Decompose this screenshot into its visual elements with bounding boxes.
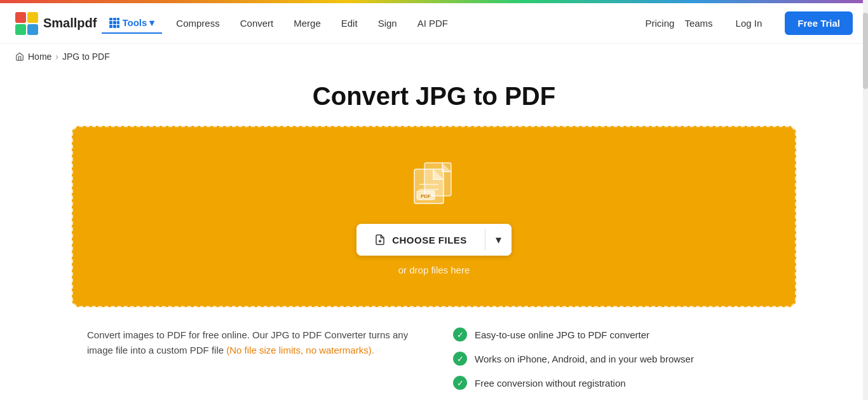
breadcrumb: Home › JPG to PDF (0, 44, 868, 69)
check-icon-2: ✓ (453, 352, 467, 366)
logo-link[interactable]: Smallpdf (15, 12, 97, 35)
features-list: ✓ Easy-to-use online JPG to PDF converte… (453, 328, 781, 390)
check-icon-3: ✓ (453, 376, 467, 390)
nav-ai-pdf[interactable]: AI PDF (409, 13, 457, 34)
upload-area[interactable]: PDF CHOOSE FILES ▾ or drop files here (72, 126, 796, 307)
nav-compress[interactable]: Compress (167, 13, 228, 34)
description-text: Convert images to PDF for free online. O… (87, 328, 415, 358)
choose-files-button[interactable]: CHOOSE FILES (356, 224, 485, 256)
header: Smallpdf Tools ▾ Compress Convert Merge … (0, 3, 868, 44)
svg-rect-3 (27, 24, 38, 35)
breadcrumb-current: JPG to PDF (62, 52, 110, 62)
page-title: Convert JPG to PDF (15, 82, 853, 111)
svg-rect-2 (15, 24, 26, 35)
scrollbar[interactable] (863, 0, 868, 400)
teams-link[interactable]: Teams (684, 18, 712, 29)
nav-convert[interactable]: Convert (231, 13, 283, 34)
nav-right: Pricing Teams Log In Free Trial (646, 11, 853, 35)
svg-text:PDF: PDF (421, 193, 431, 199)
feature-label-3: Free conversion without registration (475, 378, 626, 389)
chevron-down-icon: ▾ (496, 233, 501, 247)
dropdown-button[interactable]: ▾ (485, 224, 512, 256)
login-button[interactable]: Log In (723, 13, 775, 34)
main-content: Convert JPG to PDF PDF (0, 69, 868, 400)
nav-sign[interactable]: Sign (369, 13, 406, 34)
home-icon (15, 52, 24, 61)
tools-button[interactable]: Tools ▾ (102, 13, 162, 34)
feature-label-1: Easy-to-use online JPG to PDF converter (475, 329, 649, 340)
check-icon-1: ✓ (453, 328, 467, 341)
scrollbar-thumb[interactable] (863, 13, 868, 89)
tools-chevron-icon: ▾ (149, 17, 154, 29)
nav-edit[interactable]: Edit (332, 13, 367, 34)
pricing-link[interactable]: Pricing (646, 18, 675, 29)
choose-files-label: CHOOSE FILES (392, 235, 467, 245)
feature-item-1: ✓ Easy-to-use online JPG to PDF converte… (453, 328, 781, 341)
feature-label-2: Works on iPhone, Android, and in your we… (475, 354, 694, 364)
choose-files-container: CHOOSE FILES ▾ (356, 224, 512, 256)
breadcrumb-home[interactable]: Home (28, 52, 51, 62)
highlight-text: (No file size limits, no watermarks). (226, 345, 374, 355)
upload-icon: PDF (405, 158, 463, 211)
nav-links: Compress Convert Merge Edit Sign AI PDF (167, 13, 645, 34)
nav-merge[interactable]: Merge (285, 13, 330, 34)
svg-rect-1 (27, 12, 38, 23)
drop-text: or drop files here (398, 265, 470, 275)
logo-text: Smallpdf (43, 16, 97, 31)
feature-item-2: ✓ Works on iPhone, Android, and in your … (453, 352, 781, 366)
free-trial-button[interactable]: Free Trial (785, 11, 853, 35)
grid-icon (109, 18, 119, 28)
bottom-section: Convert images to PDF for free online. O… (72, 328, 796, 390)
feature-item-3: ✓ Free conversion without registration (453, 376, 781, 390)
tools-label: Tools (122, 17, 147, 28)
smallpdf-logo-icon (15, 12, 38, 35)
file-upload-icon (374, 234, 386, 245)
breadcrumb-separator: › (55, 52, 58, 62)
svg-rect-0 (15, 12, 26, 23)
